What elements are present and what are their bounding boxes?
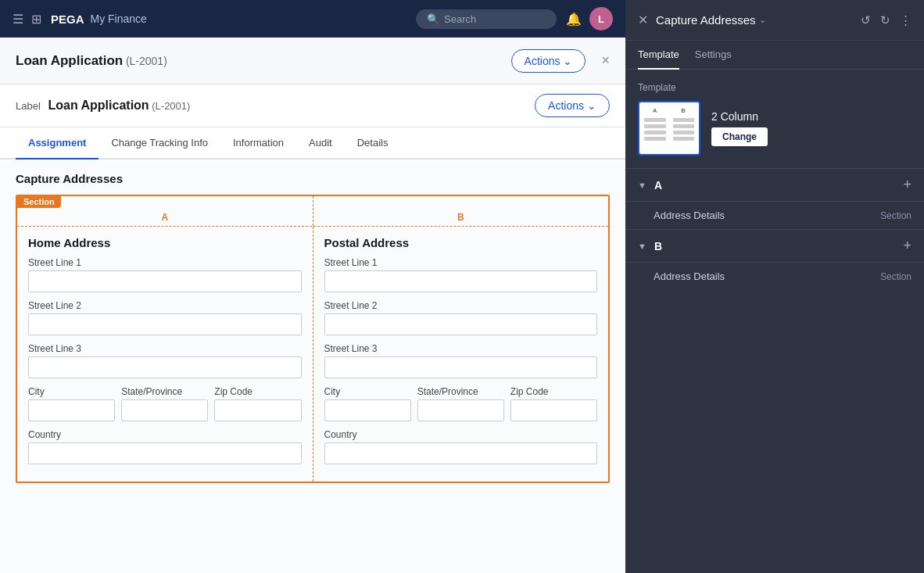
label-case-id: (L-2001) xyxy=(152,100,190,112)
case-header: Loan Application (L-2001) Actions ⌄ × xyxy=(0,38,625,84)
postal-zip-group: Zip Code xyxy=(510,386,597,421)
template-cols-preview: A B xyxy=(644,107,694,149)
nav-icons: 🔔 L xyxy=(566,7,613,30)
section-b-chevron-icon: ▼ xyxy=(638,242,646,251)
pega-logo: PEGA xyxy=(51,13,84,26)
label-row: Label Loan Application (L-2001) Actions … xyxy=(0,84,625,127)
grid-icon[interactable]: ⊞ xyxy=(31,12,41,27)
title-chevron-icon[interactable]: ⌄ xyxy=(759,15,766,25)
template-name: 2 Column xyxy=(711,110,911,123)
template-col-b: B xyxy=(673,107,695,149)
hamburger-icon[interactable]: ☰ xyxy=(13,12,23,27)
tab-assignment[interactable]: Assignment xyxy=(16,127,98,159)
col-b-heading: Postal Address xyxy=(324,236,598,249)
section-group-a-letter: A xyxy=(654,179,904,192)
col-a: Home Address Street Line 1 Street Line 2… xyxy=(17,227,313,482)
right-tabs: Template Settings xyxy=(625,41,924,70)
bell-icon[interactable]: 🔔 xyxy=(566,12,582,27)
right-header: ✕ Capture Addresses ⌄ ↺ ↻ ⋮ xyxy=(625,0,924,41)
two-col-container: Section A B Home Address Street Line 1 S… xyxy=(16,195,610,483)
right-tab-template[interactable]: Template xyxy=(638,41,679,70)
postal-city-input[interactable] xyxy=(324,399,411,421)
postal-state-label: State/Province xyxy=(417,386,504,397)
postal-street3-input[interactable] xyxy=(324,356,598,378)
home-state-input[interactable] xyxy=(121,399,208,421)
label-actions-button[interactable]: Actions ⌄ xyxy=(535,94,610,117)
home-city-input[interactable] xyxy=(28,399,115,421)
right-title: Capture Addresses ⌄ xyxy=(656,13,861,27)
home-zip-label: Zip Code xyxy=(214,386,301,397)
change-template-button[interactable]: Change xyxy=(711,127,768,146)
tab-details[interactable]: Details xyxy=(345,127,401,159)
postal-street1-input[interactable] xyxy=(324,270,598,292)
postal-state-input[interactable] xyxy=(417,399,504,421)
tab-audit[interactable]: Audit xyxy=(296,127,345,159)
tabs: Assignment Change Tracking Info Informat… xyxy=(0,127,625,159)
close-icon[interactable]: × xyxy=(601,52,610,69)
postal-state-group: State/Province xyxy=(417,386,504,421)
home-street1-input[interactable] xyxy=(28,270,302,292)
home-street3-label: Street Line 3 xyxy=(28,343,302,354)
section-b-item-name: Address Details xyxy=(654,270,880,282)
postal-country-group: Country xyxy=(324,429,598,464)
actions-button[interactable]: Actions ⌄ xyxy=(511,49,586,73)
section-b-add-icon[interactable]: + xyxy=(903,238,911,254)
tab-information[interactable]: Information xyxy=(220,127,296,159)
tab-change-tracking[interactable]: Change Tracking Info xyxy=(98,127,220,159)
home-street3-group: Street Line 3 xyxy=(28,343,302,378)
right-tab-settings[interactable]: Settings xyxy=(695,41,732,70)
template-section: Template A B xyxy=(625,70,924,168)
section-a-chevron-icon: ▼ xyxy=(638,181,646,190)
section-group-a: ▼ A + Address Details Section xyxy=(625,168,924,229)
search-bar[interactable]: 🔍 xyxy=(416,9,557,29)
postal-city-label: City xyxy=(324,386,411,397)
home-country-input[interactable] xyxy=(28,442,302,464)
home-street2-label: Street Line 2 xyxy=(28,300,302,311)
chevron-down-icon-2: ⌄ xyxy=(587,99,596,112)
section-group-b-header[interactable]: ▼ B + xyxy=(625,230,924,262)
label-text: Label xyxy=(16,100,41,112)
postal-zip-input[interactable] xyxy=(510,399,597,421)
home-street1-group: Street Line 1 xyxy=(28,257,302,292)
home-street2-input[interactable] xyxy=(28,313,302,335)
home-street3-input[interactable] xyxy=(28,356,302,378)
right-sections: ▼ A + Address Details Section ▼ B + Addr… xyxy=(625,168,924,573)
search-input[interactable] xyxy=(444,13,546,25)
preview-line xyxy=(644,131,666,134)
preview-line xyxy=(673,131,695,134)
home-country-group: Country xyxy=(28,429,302,464)
postal-street2-input[interactable] xyxy=(324,313,598,335)
home-country-label: Country xyxy=(28,429,302,440)
postal-street2-label: Street Line 2 xyxy=(324,300,598,311)
right-panel: ✕ Capture Addresses ⌄ ↺ ↻ ⋮ Template Set… xyxy=(625,0,924,573)
label-case-name: Loan Application xyxy=(48,98,149,112)
app-name: My Finance xyxy=(91,13,416,25)
postal-street3-group: Street Line 3 xyxy=(324,343,598,378)
search-icon: 🔍 xyxy=(427,13,439,25)
template-col-a: A xyxy=(644,107,666,149)
home-state-group: State/Province xyxy=(121,386,208,421)
columns: Home Address Street Line 1 Street Line 2… xyxy=(17,227,608,482)
section-group-b: ▼ B + Address Details Section xyxy=(625,229,924,290)
section-title: Capture Addresses xyxy=(16,172,610,185)
template-info: 2 Column Change xyxy=(711,110,911,146)
postal-street1-label: Street Line 1 xyxy=(324,257,598,268)
home-city-label: City xyxy=(28,386,115,397)
more-icon[interactable]: ⋮ xyxy=(900,13,911,27)
undo-icon[interactable]: ↻ xyxy=(880,13,890,27)
avatar[interactable]: L xyxy=(589,7,613,30)
preview-line xyxy=(644,118,666,122)
case-title-group: Loan Application (L-2001) xyxy=(16,53,167,69)
col-a-heading: Home Address xyxy=(28,236,302,249)
section-b-item-type: Section xyxy=(880,271,911,282)
home-zip-input[interactable] xyxy=(214,399,301,421)
section-a-add-icon[interactable]: + xyxy=(903,177,911,193)
section-group-a-header[interactable]: ▼ A + xyxy=(625,169,924,201)
preview-line xyxy=(644,124,666,128)
right-close-icon[interactable]: ✕ xyxy=(638,13,648,27)
redo-icon[interactable]: ↺ xyxy=(861,13,871,27)
content-area: Capture Addresses Section A B Home Addre… xyxy=(0,159,625,573)
home-street2-group: Street Line 2 xyxy=(28,300,302,335)
col-labels: A B xyxy=(17,196,608,227)
postal-country-input[interactable] xyxy=(324,442,598,464)
